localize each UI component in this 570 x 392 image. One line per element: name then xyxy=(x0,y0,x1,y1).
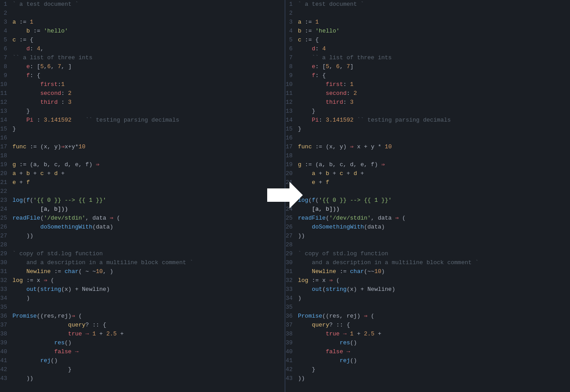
code-line: 25 readFile('/dev/stdin', data ⇒ ( xyxy=(285,214,570,223)
line-number: 31 xyxy=(285,267,298,276)
line-content: } xyxy=(12,125,281,134)
line-content: rej() xyxy=(12,356,281,365)
line-content: true → 1 + 2.5 + xyxy=(12,330,281,339)
line-number: 14 xyxy=(285,116,298,125)
line-number: 42 xyxy=(0,365,12,374)
code-line: 37 query? :: { xyxy=(0,321,285,330)
line-number: 25 xyxy=(285,214,298,223)
line-content: out(string(x) + Newline) xyxy=(12,285,281,294)
line-content: log := x ⇒ ( xyxy=(12,276,281,285)
line-content: and a description in a multiline block c… xyxy=(298,258,566,267)
code-line: 26 doSomethingWith(data) xyxy=(285,223,570,232)
line-content: false → xyxy=(12,347,281,356)
line-content: [a, b])) xyxy=(12,205,281,214)
code-line: 23 log(f('{{ 0 }} --> {{ 1 }}' xyxy=(0,196,285,205)
code-line: 2 xyxy=(285,9,570,18)
line-number: 27 xyxy=(285,232,298,241)
code-line: 20 a + b + c + d + xyxy=(285,169,570,178)
line-number: 37 xyxy=(285,321,298,330)
line-number: 12 xyxy=(285,98,298,107)
line-content: d: 4 xyxy=(298,45,566,53)
line-number: 39 xyxy=(0,339,12,347)
line-content: and a description in a multiline block c… xyxy=(12,258,281,267)
line-number: 37 xyxy=(0,321,12,330)
line-number: 10 xyxy=(0,80,12,89)
code-line: 31 Newline := char(~~10) xyxy=(285,267,570,276)
line-content: third: 3 xyxy=(298,98,566,107)
line-number: 38 xyxy=(285,330,298,339)
line-content: )) xyxy=(12,232,281,241)
line-content: Promise((res,rej)⇒ ( xyxy=(12,312,281,321)
line-number: 35 xyxy=(0,303,12,312)
right-editor-pane: 1 ` a test document ` 2 3 a := 1 4 b := … xyxy=(285,0,570,392)
code-line: 28 xyxy=(285,241,570,249)
line-content: Pi: 3.141592 `` testing parsing decimals xyxy=(298,116,566,125)
line-content: doSomethingWith(data) xyxy=(12,223,281,232)
line-number: 25 xyxy=(0,214,12,223)
line-number: 23 xyxy=(0,196,12,205)
line-number: 35 xyxy=(285,303,298,312)
line-number: 2 xyxy=(285,9,298,18)
line-content: res() xyxy=(12,339,281,347)
code-line: 6 d: 4 xyxy=(285,45,570,53)
code-line: 9 f: { xyxy=(285,71,570,80)
line-number: 29 xyxy=(285,249,298,258)
line-content: f: { xyxy=(12,71,281,80)
line-number: 43 xyxy=(285,374,298,383)
code-line: 21 e + f xyxy=(0,178,285,187)
line-content: third : 3 xyxy=(12,98,281,107)
line-content: } xyxy=(12,365,281,374)
code-line: 31 Newline := char( ~ ~10, ) xyxy=(0,267,285,276)
line-content: g := (a, b, c, d, e, f) ⇒ xyxy=(298,160,566,169)
line-number: 33 xyxy=(0,285,12,294)
line-content: ` copy of std.log function xyxy=(12,249,281,258)
line-number: 36 xyxy=(285,312,298,321)
line-content: e: [5,6, 7, ] xyxy=(12,62,281,71)
line-number: 8 xyxy=(0,62,12,71)
code-line: 13 } xyxy=(0,107,285,116)
line-number: 12 xyxy=(0,98,12,107)
line-number: 20 xyxy=(285,169,298,178)
line-content: readFile('/dev/stdin', data ⇒ ( xyxy=(12,214,281,223)
line-number: 27 xyxy=(0,232,12,241)
line-number: 43 xyxy=(0,374,12,383)
line-number: 28 xyxy=(0,241,12,249)
line-number: 5 xyxy=(0,36,12,45)
code-line: 16 xyxy=(0,134,285,143)
line-content: Newline := char(~~10) xyxy=(298,267,566,276)
arrow-indicator xyxy=(267,182,303,210)
line-content: func := (x, y) ⇒ x + y * 10 xyxy=(298,143,566,151)
line-number: 39 xyxy=(285,339,298,347)
code-line: 8 e: [5, 6, 7] xyxy=(285,62,570,71)
line-number: 31 xyxy=(0,267,12,276)
code-line: 1 ` a test document ` xyxy=(285,0,570,9)
code-line: 18 xyxy=(285,151,570,160)
line-content: log := x ⇒ ( xyxy=(298,276,566,285)
right-arrow-icon xyxy=(267,182,303,208)
line-content: query? :: { xyxy=(298,321,566,330)
line-content: )) xyxy=(298,232,566,241)
line-number: 30 xyxy=(0,258,12,267)
code-line: 4 b := 'hello' xyxy=(285,27,570,36)
code-line: 21 e + f xyxy=(285,178,570,187)
line-number: 7 xyxy=(285,53,298,62)
line-content: rej() xyxy=(298,356,566,365)
code-line: 15 } xyxy=(285,125,570,134)
line-number: 4 xyxy=(0,27,12,36)
line-content: )) xyxy=(298,374,566,383)
code-line: 30 and a description in a multiline bloc… xyxy=(285,258,570,267)
line-number: 19 xyxy=(0,160,12,169)
code-line: 19 g := (a, b, c, d, e, f) ⇒ xyxy=(0,160,285,169)
code-line: 16 xyxy=(285,134,570,143)
line-number: 11 xyxy=(0,89,12,98)
line-content: ` a test document ` xyxy=(298,0,566,9)
line-content: log(f('{{ 0 }} --> {{ 1 }}' xyxy=(12,196,281,205)
line-content: b := 'hello' xyxy=(298,27,566,36)
line-content: res() xyxy=(298,339,566,347)
code-line: 18 xyxy=(0,151,285,160)
code-line: 14 Pi: 3.141592 `` testing parsing decim… xyxy=(285,116,570,125)
line-content: c := { xyxy=(12,36,281,45)
code-line: 17 func := (x, y)⇒x+y*10 xyxy=(0,143,285,151)
code-line: 43 )) xyxy=(0,374,285,383)
line-content: ` a test document ` xyxy=(12,0,281,9)
